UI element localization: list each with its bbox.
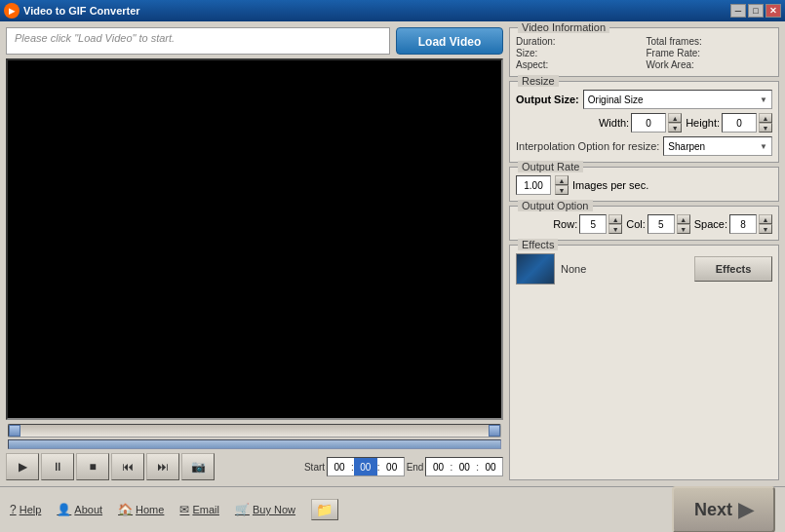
space-down-arrow[interactable]: ▼ bbox=[759, 224, 772, 234]
col-input[interactable] bbox=[648, 214, 675, 234]
top-bar: Please click "Load Video" to start. Load… bbox=[6, 27, 503, 55]
effects-button[interactable]: Effects bbox=[694, 256, 772, 282]
width-up-arrow[interactable]: ▲ bbox=[668, 113, 682, 123]
progress-bar[interactable] bbox=[8, 439, 501, 449]
row-up-arrow[interactable]: ▲ bbox=[608, 214, 622, 224]
output-rate-title: Output Rate bbox=[518, 161, 583, 172]
col-down-arrow[interactable]: ▼ bbox=[677, 224, 690, 234]
width-down-arrow[interactable]: ▼ bbox=[668, 123, 682, 133]
rate-up-arrow[interactable]: ▲ bbox=[555, 175, 569, 185]
range-slider[interactable] bbox=[8, 424, 501, 437]
space-label: Space: bbox=[694, 218, 727, 230]
width-spin-group: Width: ▲ ▼ bbox=[599, 113, 682, 133]
start-time-label: Start bbox=[304, 462, 325, 473]
pause-button[interactable]: ⏸ bbox=[41, 453, 74, 480]
effects-name: None bbox=[561, 263, 688, 275]
interp-label: Interpolation Option for resize: bbox=[516, 140, 659, 152]
about-link[interactable]: 👤 About bbox=[57, 503, 102, 516]
help-label: Help bbox=[20, 504, 42, 515]
right-panel: Video Information Duration: Total frames… bbox=[509, 27, 779, 480]
home-label: Home bbox=[136, 504, 164, 515]
width-label: Width: bbox=[599, 117, 629, 129]
resize-title: Resize bbox=[518, 75, 559, 87]
interp-arrow: ▼ bbox=[760, 142, 767, 151]
frame-rate-label: Frame Rate: bbox=[647, 48, 701, 58]
resize-group: Resize Output Size: Original Size ▼ Widt… bbox=[509, 81, 779, 163]
output-size-value: Original Size bbox=[588, 95, 644, 105]
buy-label: Buy Now bbox=[253, 504, 295, 515]
email-link[interactable]: ✉ Email bbox=[179, 503, 219, 516]
rate-down-arrow[interactable]: ▼ bbox=[555, 185, 569, 195]
height-spin-group: Height: ▲ ▼ bbox=[686, 113, 772, 133]
app-title: Video to GIF Converter bbox=[23, 5, 140, 17]
end-seconds[interactable] bbox=[479, 458, 502, 475]
range-slider-left-thumb[interactable] bbox=[9, 425, 20, 437]
row-down-arrow[interactable]: ▼ bbox=[608, 224, 622, 234]
stop-button[interactable]: ■ bbox=[76, 453, 109, 480]
prev-frame-button[interactable]: ⏮ bbox=[111, 453, 144, 480]
start-minutes[interactable] bbox=[354, 458, 377, 475]
bottom-links: ? Help 👤 About 🏠 Home ✉ Email 🛒 Buy Now … bbox=[10, 499, 338, 520]
start-hours[interactable] bbox=[328, 458, 351, 475]
end-time-label: End bbox=[407, 462, 424, 473]
buy-link[interactable]: 🛒 Buy Now bbox=[235, 503, 295, 516]
space-up-arrow[interactable]: ▲ bbox=[759, 214, 772, 224]
video-preview bbox=[6, 58, 503, 420]
rate-input[interactable] bbox=[516, 175, 551, 195]
help-icon: ? bbox=[10, 503, 17, 516]
end-hours[interactable] bbox=[426, 458, 450, 475]
left-panel: Please click "Load Video" to start. Load… bbox=[6, 27, 503, 480]
duration-label: Duration: bbox=[516, 36, 556, 47]
title-bar: ▶ Video to GIF Converter ─ □ ✕ bbox=[0, 0, 785, 21]
next-button[interactable]: Next ▶ bbox=[672, 486, 775, 532]
app-icon: ▶ bbox=[4, 3, 20, 19]
effects-title: Effects bbox=[518, 239, 558, 250]
time-display: Start : : End : : bbox=[304, 457, 503, 476]
interp-value: Sharpen bbox=[668, 141, 705, 152]
work-area-label: Work Area: bbox=[647, 59, 694, 70]
output-rate-group: Output Rate ▲ ▼ Images per sec. bbox=[509, 167, 779, 202]
playback-controls: ▶ ⏸ ■ ⏮ ⏭ 📷 Start : : End : bbox=[6, 453, 503, 480]
next-arrow-icon: ▶ bbox=[738, 498, 753, 521]
effects-thumbnail bbox=[516, 253, 555, 285]
start-seconds[interactable] bbox=[380, 458, 404, 475]
size-label: Size: bbox=[516, 48, 537, 58]
output-size-label: Output Size: bbox=[516, 94, 579, 105]
range-slider-right-thumb[interactable] bbox=[489, 425, 500, 437]
end-minutes[interactable] bbox=[452, 458, 476, 475]
email-label: Email bbox=[192, 504, 219, 515]
play-button[interactable]: ▶ bbox=[6, 453, 39, 480]
close-button[interactable]: ✕ bbox=[765, 4, 781, 18]
load-video-button[interactable]: Load Video bbox=[396, 27, 503, 55]
snapshot-button[interactable]: 📷 bbox=[181, 453, 215, 480]
file-path-input[interactable]: Please click "Load Video" to start. bbox=[6, 27, 390, 55]
folder-button[interactable]: 📁 bbox=[311, 499, 338, 520]
maximize-button[interactable]: □ bbox=[748, 4, 764, 18]
output-size-select[interactable]: Original Size ▼ bbox=[583, 90, 772, 109]
interp-select[interactable]: Sharpen ▼ bbox=[663, 136, 772, 156]
height-input[interactable] bbox=[722, 113, 757, 133]
space-input[interactable] bbox=[729, 214, 757, 234]
start-time-segment: : : bbox=[327, 457, 405, 476]
effects-group: Effects None Effects bbox=[509, 245, 779, 480]
timeline-area bbox=[6, 424, 503, 449]
height-down-arrow[interactable]: ▼ bbox=[759, 123, 772, 133]
width-input[interactable] bbox=[631, 113, 666, 133]
output-option-title: Output Option bbox=[518, 200, 593, 211]
output-option-group: Output Option Row: ▲ ▼ Col: ▲ ▼ bbox=[509, 206, 779, 241]
col-up-arrow[interactable]: ▲ bbox=[677, 214, 690, 224]
total-frames-label: Total frames: bbox=[647, 36, 702, 47]
next-label: Next bbox=[694, 500, 732, 520]
email-icon: ✉ bbox=[179, 503, 189, 516]
home-link[interactable]: 🏠 Home bbox=[118, 503, 164, 516]
about-icon: 👤 bbox=[57, 503, 71, 516]
row-label: Row: bbox=[553, 218, 577, 230]
row-input[interactable] bbox=[579, 214, 607, 234]
about-label: About bbox=[74, 504, 102, 515]
minimize-button[interactable]: ─ bbox=[730, 4, 746, 18]
height-up-arrow[interactable]: ▲ bbox=[759, 113, 772, 123]
help-link[interactable]: ? Help bbox=[10, 503, 41, 516]
col-label: Col: bbox=[626, 218, 646, 230]
next-frame-button[interactable]: ⏭ bbox=[146, 453, 179, 480]
end-time-segment: : : bbox=[425, 457, 503, 476]
